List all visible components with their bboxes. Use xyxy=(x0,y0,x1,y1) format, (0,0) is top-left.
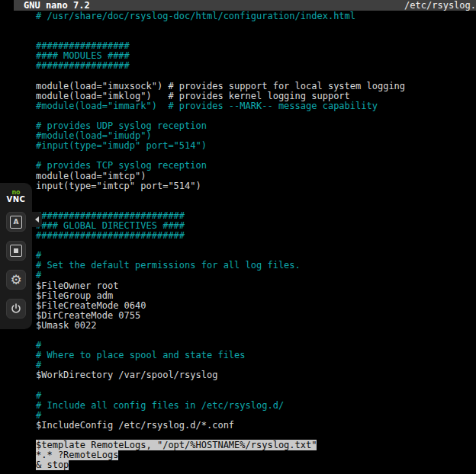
novnc-logo-bottom: VNC xyxy=(7,196,26,203)
chevron-left-icon xyxy=(35,216,39,223)
settings-button[interactable]: ⚙ xyxy=(6,270,26,290)
fullscreen-icon xyxy=(10,245,22,257)
editor-line: # /usr/share/doc/rsyslog-doc/html/config… xyxy=(36,11,476,21)
editor-line xyxy=(36,201,476,211)
clipboard-button[interactable]: A xyxy=(6,212,26,232)
editor-line xyxy=(36,21,476,31)
editor-line: input(type="imtcp" port="514") xyxy=(36,181,476,191)
editor-line xyxy=(36,191,476,201)
novnc-logo: no VNC xyxy=(7,189,26,203)
editor-line: ########################### xyxy=(36,231,476,241)
editor-line: $FileCreateMode 0640 xyxy=(36,301,476,311)
editor-line xyxy=(36,72,476,82)
editor-line: $Umask 0022 xyxy=(36,321,476,331)
editor-area[interactable]: # /usr/share/doc/rsyslog-doc/html/config… xyxy=(0,11,476,474)
editor-line: # Include all config files in /etc/rsysl… xyxy=(36,401,476,411)
editor-line: $WorkDirectory /var/spool/rsyslog xyxy=(36,370,476,380)
editor-line: #module(load="immark") # provides --MARK… xyxy=(36,101,476,111)
control-bar-handle[interactable] xyxy=(32,212,42,227)
editor-line: $FileGroup adm xyxy=(36,291,476,301)
editor-line: # xyxy=(36,271,476,280)
power-icon xyxy=(10,303,22,315)
editor-line: & stop xyxy=(36,460,476,470)
editor-line: module(load="imuxsock") # provides suppo… xyxy=(36,82,476,91)
editor-line xyxy=(36,380,476,390)
editor-line: $IncludeConfig /etc/rsyslog.d/*.conf xyxy=(36,421,476,431)
editor-line: # xyxy=(36,411,476,421)
editor-lines: # /usr/share/doc/rsyslog-doc/html/config… xyxy=(36,11,476,470)
editor-line: # xyxy=(36,391,476,401)
editor-line xyxy=(36,331,476,341)
clipboard-icon: A xyxy=(10,216,22,229)
editor-line: ########################### xyxy=(36,211,476,221)
editor-line: # Where to place spool and state files xyxy=(36,351,476,360)
editor-line: module(load="imklog") # provides kernel … xyxy=(36,91,476,101)
nano-app-title: GNU nano 7.2 xyxy=(24,0,90,11)
editor-line xyxy=(36,241,476,251)
power-button[interactable] xyxy=(6,299,26,319)
editor-line: $FileOwner root xyxy=(36,281,476,291)
editor-line: # Set the default permissions for all lo… xyxy=(36,261,476,271)
editor-line: # provides TCP syslog reception xyxy=(36,161,476,171)
novnc-control-bar: no VNC A ⚙ xyxy=(0,183,32,329)
editor-line: #input(type="imudp" port="514") xyxy=(36,141,476,151)
nano-titlebar: GNU nano 7.2 /etc/rsyslog. xyxy=(14,0,476,11)
gear-icon: ⚙ xyxy=(10,274,21,287)
fullscreen-button[interactable] xyxy=(6,241,26,261)
editor-line: *.* ?RemoteLogs xyxy=(36,450,476,460)
editor-line: ################# xyxy=(36,61,476,71)
nano-file-path: /etc/rsyslog. xyxy=(404,0,476,11)
editor-line: module(load="imtcp") xyxy=(36,171,476,181)
editor-line: $DirCreateMode 0755 xyxy=(36,311,476,321)
